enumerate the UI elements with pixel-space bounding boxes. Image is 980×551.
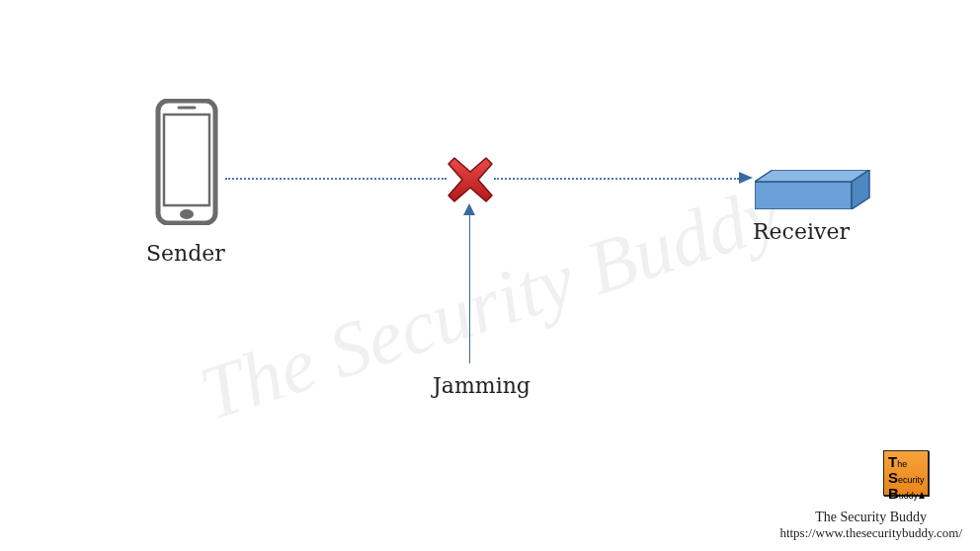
svg-point-2: [180, 209, 194, 219]
logo-b: B: [888, 485, 899, 502]
arrow-right-icon: [739, 172, 753, 184]
logo-s-rest: ecurity: [898, 475, 925, 485]
logo-t-rest: he: [897, 459, 907, 469]
logo-person-icon: ♟: [918, 491, 926, 501]
footer-url: https://www.thesecuritybuddy.com/: [779, 525, 962, 541]
footer-name: The Security Buddy: [779, 510, 962, 525]
tsb-logo-icon: The Security Buddy♟: [883, 450, 929, 496]
smartphone-icon: [154, 99, 219, 225]
receiver-block-icon: [755, 170, 871, 209]
svg-marker-5: [755, 170, 869, 182]
logo-t: T: [888, 453, 897, 470]
footer-attribution: The Security Buddy https://www.thesecuri…: [779, 510, 962, 541]
logo-s: S: [888, 469, 898, 486]
sender-label: Sender: [146, 241, 225, 266]
svg-marker-4: [755, 182, 852, 209]
receiver-label: Receiver: [753, 219, 850, 244]
svg-rect-1: [164, 115, 209, 205]
signal-line-right: [494, 178, 739, 180]
red-cross-icon: [447, 156, 494, 203]
signal-line-left: [225, 178, 447, 180]
jamming-label: Jamming: [433, 373, 531, 398]
arrow-up-icon: [463, 203, 475, 215]
jamming-arrow-line: [469, 207, 470, 363]
logo-b-rest: uddy: [899, 491, 919, 501]
